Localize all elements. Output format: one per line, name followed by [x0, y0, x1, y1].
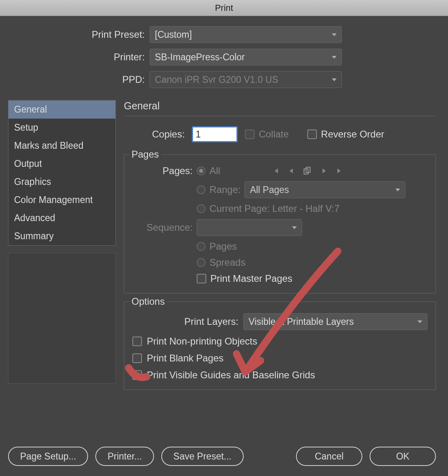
sidebar-item-summary[interactable]: Summary — [8, 227, 115, 245]
window-title: Print — [215, 3, 233, 13]
spreads-radio — [197, 258, 206, 267]
sidebar-item-general[interactable]: General — [8, 101, 115, 119]
options-legend: Options — [129, 296, 167, 307]
printer-button[interactable]: Printer... — [95, 447, 154, 466]
collate-label: Collate — [259, 129, 289, 140]
print-nonprinting-checkbox[interactable] — [132, 336, 142, 346]
chevron-down-icon — [332, 33, 337, 36]
last-page-icon[interactable] — [336, 168, 343, 174]
reverse-order-label: Reverse Order — [321, 129, 384, 140]
print-layers-dropdown[interactable]: Visible & Printable Layers — [243, 313, 427, 330]
cancel-button[interactable]: Cancel — [296, 447, 362, 466]
copies-label: Copies: — [152, 129, 185, 140]
print-layers-label: Print Layers: — [132, 316, 238, 327]
chevron-down-icon — [332, 56, 337, 59]
ppd-label: PPD: — [8, 74, 145, 85]
sequence-label: Sequence: — [132, 222, 193, 233]
sidebar-item-color[interactable]: Color Management — [8, 191, 115, 209]
options-fieldset: Options Print Layers: Visible & Printabl… — [124, 302, 436, 390]
current-page-label: Current Page: Letter - Half V:7 — [210, 203, 339, 214]
sidebar-item-graphics[interactable]: Graphics — [8, 173, 115, 191]
panel-title: General — [124, 100, 436, 116]
collate-checkbox — [245, 129, 255, 139]
sequence-dropdown[interactable] — [197, 219, 302, 236]
print-master-label: Print Master Pages — [210, 273, 292, 284]
save-preset-button[interactable]: Save Preset... — [161, 447, 243, 466]
sidebar-item-output[interactable]: Output — [8, 155, 115, 173]
copies-input[interactable] — [192, 126, 238, 142]
range-dropdown[interactable]: All Pages — [245, 181, 405, 198]
range-radio — [197, 185, 206, 194]
pages-radio — [197, 242, 206, 251]
print-blank-checkbox[interactable] — [132, 353, 142, 363]
page-setup-button[interactable]: Page Setup... — [8, 447, 88, 466]
sidebar-item-setup[interactable]: Setup — [8, 119, 115, 137]
print-guides-label: Print Visible Guides and Baseline Grids — [147, 369, 315, 381]
titlebar: Print — [0, 0, 448, 16]
pages-icon[interactable] — [303, 167, 312, 175]
prev-page-icon[interactable] — [289, 168, 294, 174]
printer-label: Printer: — [8, 51, 145, 63]
chevron-down-icon — [292, 226, 297, 229]
print-preset-dropdown[interactable]: [Custom] — [150, 26, 342, 43]
print-preset-value: [Custom] — [155, 29, 192, 40]
chevron-down-icon — [332, 78, 337, 81]
sidebar-item-marks[interactable]: Marks and Bleed — [8, 137, 115, 155]
print-guides-checkbox[interactable] — [132, 370, 142, 380]
sidebar: General Setup Marks and Bleed Output Gra… — [8, 100, 116, 246]
pages-radio-label: Pages — [210, 241, 237, 252]
next-page-icon[interactable] — [322, 168, 327, 174]
print-master-checkbox[interactable] — [197, 274, 206, 283]
range-value: All Pages — [250, 185, 289, 195]
pages-label: Pages: — [132, 165, 193, 176]
print-preset-label: Print Preset: — [8, 29, 145, 40]
all-label: All — [210, 165, 220, 176]
pages-legend: Pages — [129, 149, 161, 160]
current-page-radio — [197, 204, 206, 213]
printer-value: SB-ImagePress-Color — [155, 52, 245, 63]
printer-dropdown[interactable]: SB-ImagePress-Color — [150, 49, 342, 66]
ppd-value: Canon iPR Svr G200 V1.0 US — [155, 74, 278, 85]
print-blank-label: Print Blank Pages — [147, 353, 224, 364]
range-label: Range: — [210, 184, 240, 195]
first-page-icon[interactable] — [273, 168, 279, 174]
ok-button[interactable]: OK — [370, 447, 436, 466]
pages-fieldset: Pages Pages: All Rang — [124, 154, 436, 293]
ppd-dropdown: Canon iPR Svr G200 V1.0 US — [150, 71, 342, 88]
spreads-radio-label: Spreads — [210, 257, 245, 268]
chevron-down-icon — [417, 320, 422, 323]
print-nonprinting-label: Print Non-printing Objects — [147, 336, 257, 347]
print-layers-value: Visible & Printable Layers — [249, 316, 354, 327]
all-radio — [197, 166, 206, 175]
reverse-order-checkbox[interactable] — [307, 129, 317, 139]
preview-thumbnail — [8, 253, 116, 384]
sidebar-item-advanced[interactable]: Advanced — [8, 209, 115, 227]
chevron-down-icon — [395, 189, 400, 191]
